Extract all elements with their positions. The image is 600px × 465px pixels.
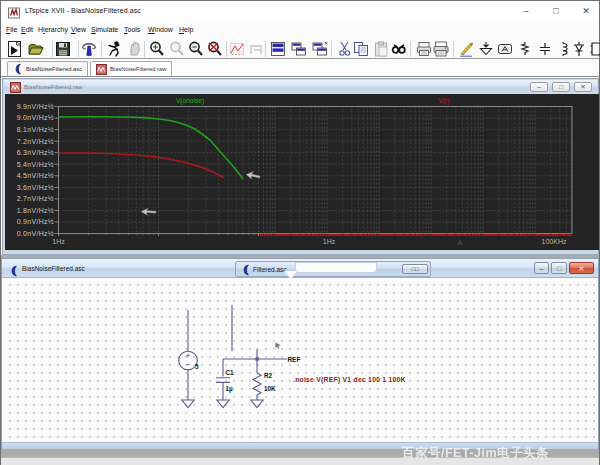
svg-text:C1: C1 <box>226 369 235 376</box>
svg-text:10K: 10K <box>264 385 276 392</box>
svg-text:REF: REF <box>288 356 301 363</box>
svg-text:4.5nV/Hz½: 4.5nV/Hz½ <box>17 172 54 179</box>
svg-text:1µ: 1µ <box>226 385 234 393</box>
svg-text:9.0nV/Hz½: 9.0nV/Hz½ <box>17 114 54 121</box>
svg-text:6.3nV/Hz½: 6.3nV/Hz½ <box>17 149 54 156</box>
svg-text:5.4nV/Hz½: 5.4nV/Hz½ <box>17 161 54 168</box>
svg-text:R2: R2 <box>264 372 273 379</box>
svg-text:5: 5 <box>195 363 199 370</box>
svg-text:A: A <box>458 239 463 246</box>
svg-text:1Hz: 1Hz <box>323 238 336 245</box>
svg-text:.noise V(REF) V1 dec 100 1 100: .noise V(REF) V1 dec 100 1 100K <box>293 376 406 384</box>
svg-text:1.8nV/Hz½: 1.8nV/Hz½ <box>17 207 54 214</box>
svg-text:V(onoise): V(onoise) <box>176 97 204 105</box>
svg-text:8.1nV/Hz½: 8.1nV/Hz½ <box>17 126 54 133</box>
svg-text:7.2nV/Hz½: 7.2nV/Hz½ <box>17 138 54 145</box>
svg-text:3.6nV/Hz½: 3.6nV/Hz½ <box>17 184 54 191</box>
svg-text:0.9nV/Hz½: 0.9nV/Hz½ <box>17 218 54 225</box>
svg-text:0.0nV/Hz½: 0.0nV/Hz½ <box>17 230 54 237</box>
svg-text:100KHz: 100KHz <box>542 238 567 245</box>
svg-text:9.9nV/Hz½: 9.9nV/Hz½ <box>17 103 54 110</box>
svg-text:2.7nV/Hz½: 2.7nV/Hz½ <box>17 195 54 202</box>
svg-text:1Hz: 1Hz <box>52 238 65 245</box>
svg-text:V(r): V(r) <box>439 97 450 105</box>
